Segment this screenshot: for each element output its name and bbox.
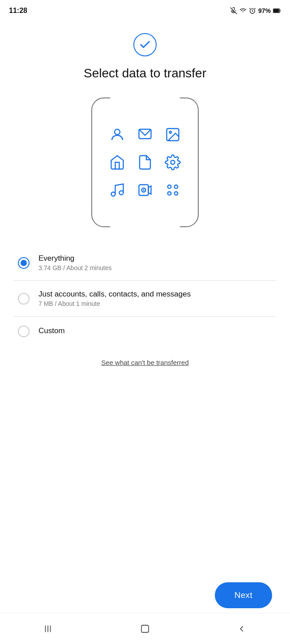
apps-icon (162, 179, 183, 201)
svg-point-19 (175, 192, 178, 195)
check-icon (139, 38, 151, 51)
svg-point-17 (175, 185, 178, 189)
status-time: 11:28 (9, 7, 27, 15)
svg-marker-15 (143, 189, 145, 191)
option-custom[interactable]: Custom (13, 317, 277, 346)
main-content: Select data to transfer (0, 20, 290, 376)
svg-rect-4 (273, 9, 279, 12)
video-icon (134, 179, 156, 201)
option-text-custom: Custom (38, 326, 272, 337)
alarm-icon (249, 7, 256, 14)
svg-point-16 (168, 185, 171, 189)
options-container: Everything 3.74 GB / About 2 minutes Jus… (13, 245, 277, 346)
back-icon[interactable] (234, 621, 250, 637)
svg-point-11 (119, 191, 124, 195)
cant-transfer-section: See what can't be transferred (13, 359, 277, 367)
check-circle (133, 33, 157, 56)
option-sub-accounts: 7 MB / About 1 minute (38, 300, 272, 307)
home-nav-icon[interactable] (137, 621, 153, 637)
next-button[interactable]: Next (215, 582, 272, 608)
svg-rect-29 (141, 625, 149, 632)
option-everything[interactable]: Everything 3.74 GB / About 2 minutes (13, 245, 277, 281)
home-icon (107, 152, 128, 173)
option-label-custom: Custom (38, 326, 272, 335)
option-text-accounts: Just accounts, calls, contacts, and mess… (38, 290, 272, 307)
option-label-everything: Everything (38, 254, 272, 263)
page-title: Select data to transfer (84, 65, 206, 81)
radio-custom (18, 326, 30, 337)
svg-point-8 (170, 131, 172, 134)
svg-marker-13 (149, 186, 151, 194)
option-label-accounts: Just accounts, calls, contacts, and mess… (38, 290, 272, 299)
wifi-icon (239, 7, 247, 14)
battery-icon (273, 8, 281, 14)
person-icon (107, 124, 128, 145)
svg-point-5 (115, 129, 120, 135)
svg-point-10 (111, 192, 115, 196)
next-button-container: Next (215, 582, 272, 608)
radio-accounts (18, 293, 30, 305)
option-text-everything: Everything 3.74 GB / About 2 minutes (38, 254, 272, 271)
icon-grid (98, 115, 192, 210)
option-accounts[interactable]: Just accounts, calls, contacts, and mess… (13, 281, 277, 317)
settings-icon (162, 152, 183, 173)
file-icon (134, 152, 156, 173)
radio-everything (18, 257, 30, 269)
status-icons: 97% (230, 7, 281, 14)
option-sub-everything: 3.74 GB / About 2 minutes (38, 264, 272, 271)
cant-transfer-link[interactable]: See what can't be transferred (101, 359, 188, 366)
battery-text: 97% (258, 7, 271, 14)
photo-icon (162, 124, 183, 145)
status-bar: 11:28 97% (0, 0, 290, 20)
recent-apps-icon[interactable] (40, 621, 56, 637)
message-icon (134, 124, 156, 145)
svg-point-9 (171, 161, 175, 165)
svg-point-18 (168, 192, 171, 195)
nav-bar (0, 613, 290, 644)
music-icon (107, 179, 128, 201)
phone-illustration (91, 97, 199, 227)
mute-icon (230, 7, 237, 14)
